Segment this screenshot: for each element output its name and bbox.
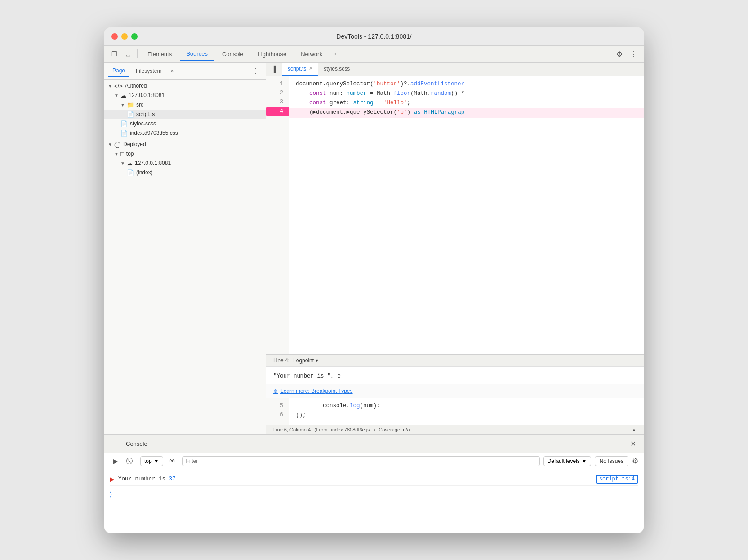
host-label: 127.0.0.1:8081: [129, 92, 165, 98]
cloud-icon: ☁: [120, 92, 126, 99]
tree-item-src[interactable]: ▼ 📁 src: [104, 100, 266, 110]
console-eye-icon[interactable]: 👁: [167, 455, 178, 467]
console-gear-icon[interactable]: ⚙: [632, 457, 638, 465]
tree-item-styles-scss[interactable]: 📄 styles.scss: [104, 119, 266, 129]
status-bar: Line 6, Column 4 (From index.7808df6e.js…: [266, 425, 644, 434]
editor-area: ▍ script.ts ✕ styles.scss 1 2 3 4: [266, 63, 644, 434]
file-tab-styles-scss[interactable]: styles.scss: [318, 63, 355, 76]
tree-item-index-css[interactable]: 📄 index.d9703d55.css: [104, 129, 266, 138]
more-options-icon[interactable]: ⋮: [628, 48, 640, 60]
console-ban-icon[interactable]: ⃠: [125, 455, 137, 467]
tab-sources[interactable]: Sources: [180, 48, 214, 61]
console-title: Console: [126, 440, 147, 447]
console-play-icon[interactable]: ▶: [110, 455, 121, 467]
css-file-icon: 📄: [120, 130, 128, 137]
circle-arrow-icon: ⊕: [273, 388, 278, 394]
tree-item-script-ts[interactable]: 📄 script.ts: [104, 110, 266, 119]
sidebar-tab-page[interactable]: Page: [108, 65, 129, 77]
console-levels-dropdown[interactable]: Default levels ▼: [543, 456, 591, 466]
line-numbers-below: 5 6: [266, 398, 289, 425]
console-content: ▶ Your number is 37 script.ts:4 〉: [104, 469, 644, 533]
logpoint-popup: Line 4: Logpoint ▾ ⊕ Learn more: Breakpo…: [266, 354, 644, 398]
tab-elements[interactable]: Elements: [141, 48, 178, 60]
index-label: (index): [136, 169, 153, 176]
file-tab-script-ts-label: script.ts: [288, 66, 306, 72]
src-label: src: [136, 102, 143, 108]
line-num-2: 2: [266, 89, 289, 98]
sidebar-options-icon[interactable]: ⋮: [249, 65, 262, 77]
console-context-selector[interactable]: top ▼: [140, 456, 163, 466]
console-prompt: 〉: [110, 488, 638, 501]
maximize-button[interactable]: [131, 33, 138, 40]
console-prompt-input[interactable]: [116, 491, 638, 497]
no-issues-button[interactable]: No Issues: [595, 456, 628, 466]
console-context-arrow-icon: ▼: [154, 458, 159, 464]
code-lines-below: console.log(num); });: [289, 398, 644, 425]
tab-console[interactable]: Console: [216, 48, 250, 60]
settings-icon[interactable]: ⚙: [613, 48, 626, 60]
toggle-sidebar-icon[interactable]: ▍: [270, 63, 282, 76]
logpoint-input-area: [266, 367, 644, 384]
console-toolbar: ▶ ⃠ top ▼ 👁 Default levels ▼ No Issues ⚙: [104, 453, 644, 469]
console-section: ⋮ Console ✕ ▶ ⃠ top ▼ 👁 Default levels ▼…: [104, 434, 644, 533]
console-context-label: top: [144, 458, 152, 464]
console-log-source-link[interactable]: script.ts:4: [596, 475, 638, 484]
tree-arrow-src: ▼: [120, 102, 127, 107]
console-levels-label: Default levels: [548, 458, 580, 464]
log-logpoint-icon: ▶: [110, 476, 115, 483]
console-options-icon[interactable]: ⋮: [110, 438, 122, 450]
tab-network[interactable]: Network: [294, 48, 329, 60]
file-tree: ▼ </> Authored ▼ ☁ 127.0.0.1:8081 ▼: [104, 80, 266, 434]
learn-more-link[interactable]: ⊕ Learn more: Breakpoint Types: [273, 388, 637, 394]
logpoint-line-label: Line 4:: [273, 357, 289, 364]
sidebar-tab-filesystem[interactable]: Filesystem: [131, 66, 166, 76]
close-button[interactable]: [111, 33, 118, 40]
tree-item-host2[interactable]: ▼ ☁ 127.0.0.1:8081: [104, 159, 266, 168]
source-file-link[interactable]: index.7808df6e.js: [331, 427, 370, 432]
more-tabs-button[interactable]: »: [330, 49, 339, 59]
tree-item-index[interactable]: 📄 (index): [104, 168, 266, 178]
tree-item-top[interactable]: ▼ □ top: [104, 149, 266, 159]
sidebar-more-btn[interactable]: »: [168, 66, 176, 76]
index-css-label: index.d9703d55.css: [130, 130, 178, 136]
top-label: top: [126, 151, 134, 157]
line-num-5: 5: [266, 401, 289, 410]
devtools-window: DevTools - 127.0.0.1:8081/ ❐ ⎵ Elements …: [104, 27, 644, 533]
inspect-icon[interactable]: ⎵: [123, 49, 134, 59]
line-num-1: 1: [266, 80, 289, 89]
code-line-5: console.log(num);: [289, 401, 644, 411]
console-levels-arrow-icon: ▼: [582, 458, 587, 464]
ts-file-icon: 📄: [127, 111, 134, 118]
console-header: ⋮ Console ✕: [104, 435, 644, 453]
line-numbers: 1 2 3 4: [266, 76, 289, 354]
close-script-ts-icon[interactable]: ✕: [309, 66, 313, 71]
minimize-button[interactable]: [121, 33, 128, 40]
file-tab-script-ts[interactable]: script.ts ✕: [282, 63, 318, 76]
status-right-btn[interactable]: ▲: [632, 427, 637, 432]
code-lines: document.querySelector('button')?.addEve…: [289, 76, 644, 354]
console-filter-input[interactable]: [182, 456, 540, 466]
logpoint-input[interactable]: [273, 373, 637, 379]
tab-lighthouse[interactable]: Lighthouse: [252, 48, 293, 60]
window-title: DevTools - 127.0.0.1:8081/: [336, 33, 411, 40]
line-num-4[interactable]: 4: [266, 107, 289, 116]
cursor-icon[interactable]: ❐: [108, 49, 121, 59]
logpoint-type-dropdown[interactable]: Logpoint ▾: [293, 357, 318, 364]
authored-label: Authored: [125, 83, 147, 89]
tree-item-authored[interactable]: ▼ </> Authored: [104, 81, 266, 91]
logpoint-dropdown-arrow-icon: ▾: [316, 357, 318, 364]
tree-arrow-host2: ▼: [120, 161, 127, 166]
learn-more-text: Learn more: Breakpoint Types: [280, 388, 353, 394]
tree-item-host[interactable]: ▼ ☁ 127.0.0.1:8081: [104, 91, 266, 100]
tree-item-deployed[interactable]: ▼ ◯ Deployed: [104, 140, 266, 149]
status-arrow-icon: ▲: [632, 427, 637, 432]
code-line-6: });: [289, 411, 644, 420]
tree-arrow-deployed: ▼: [108, 142, 114, 147]
code-area-below: 5 6 console.log(num); });: [266, 398, 644, 425]
code-line-1: document.querySelector('button')?.addEve…: [289, 80, 644, 89]
cursor-position: Line 6, Column 4: [273, 427, 311, 432]
scss-file-icon: 📄: [120, 120, 128, 127]
console-close-icon[interactable]: ✕: [628, 439, 638, 449]
sidebar: Page Filesystem » ⋮ ▼ </> Authored: [104, 63, 266, 434]
console-log-text: Your number is 37: [118, 476, 596, 482]
